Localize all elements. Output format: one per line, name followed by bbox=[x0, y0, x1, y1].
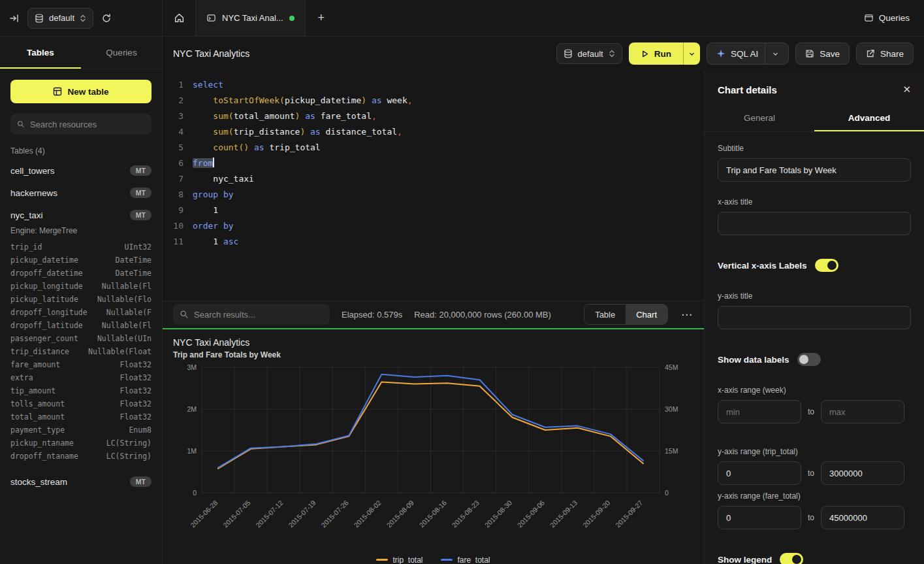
run-button[interactable]: Run bbox=[629, 42, 683, 65]
column-row[interactable]: extraFloat32 bbox=[0, 371, 162, 384]
sidebar-tab-tables[interactable]: Tables bbox=[0, 37, 81, 69]
yaxis-range-fare-label: y-axis range (fare_total) bbox=[718, 491, 911, 501]
column-row[interactable]: pickup_datetimeDateTime bbox=[0, 254, 162, 267]
elapsed-time: Elapsed: 0.579s bbox=[342, 310, 402, 320]
play-icon bbox=[641, 50, 649, 58]
share-button[interactable]: Share bbox=[856, 42, 914, 65]
svg-text:15M: 15M bbox=[665, 446, 678, 454]
yaxis-range-trip-min-input[interactable] bbox=[718, 461, 801, 485]
code-line[interactable]: 1 bbox=[193, 203, 704, 218]
yaxis-range-trip-max-input[interactable] bbox=[821, 461, 904, 485]
legend-item-trip_total[interactable]: trip_total bbox=[376, 556, 422, 564]
column-name: tolls_amount bbox=[10, 399, 65, 408]
column-row[interactable]: fare_amountFloat32 bbox=[0, 358, 162, 371]
column-row[interactable]: trip_distanceNullable(Float bbox=[0, 345, 162, 358]
sparkle-icon bbox=[716, 49, 725, 58]
sidebar-search-input[interactable] bbox=[30, 120, 145, 129]
sidebar-table-nyc-taxi[interactable]: nyc_taxi MT bbox=[0, 204, 162, 226]
run-options-button[interactable] bbox=[683, 42, 700, 65]
yaxis-title-input[interactable] bbox=[718, 306, 911, 329]
new-table-button[interactable]: New table bbox=[10, 80, 151, 103]
code-line[interactable]: from bbox=[193, 156, 704, 171]
sql-ai-button[interactable]: SQL AI bbox=[707, 42, 789, 65]
column-type: Nullable(Fl bbox=[102, 282, 151, 291]
code-line[interactable]: order by bbox=[193, 218, 704, 234]
xaxis-range-min-input[interactable] bbox=[718, 400, 801, 423]
vertical-xaxis-labels-toggle[interactable] bbox=[815, 259, 838, 272]
run-button-group: Run bbox=[629, 42, 700, 65]
yaxis-range-fare-max-input[interactable] bbox=[821, 506, 904, 529]
new-table-label: New table bbox=[67, 87, 108, 97]
view-toggle: Table Chart bbox=[584, 304, 668, 325]
view-toggle-table[interactable]: Table bbox=[584, 305, 626, 324]
column-name: trip_id bbox=[10, 242, 42, 252]
code-line[interactable]: sum(total_amount) as fare_total, bbox=[193, 108, 704, 124]
tab-advanced[interactable]: Advanced bbox=[814, 106, 924, 131]
code-line[interactable]: nyc_taxi bbox=[193, 171, 704, 187]
legend-label: fare_total bbox=[457, 556, 490, 564]
column-row[interactable]: dropoff_datetimeDateTime bbox=[0, 267, 162, 280]
column-row[interactable]: dropoff_ntanameLC(String) bbox=[0, 450, 162, 463]
editor-code[interactable]: select toStartOfWeek(pickup_datetime) as… bbox=[193, 77, 704, 301]
home-icon[interactable] bbox=[163, 0, 195, 36]
code-line[interactable]: group by bbox=[193, 187, 704, 203]
legend-item-fare_total[interactable]: fare_total bbox=[441, 556, 490, 564]
code-line[interactable]: count() as trip_total bbox=[193, 140, 704, 156]
run-database-selector[interactable]: default bbox=[556, 43, 622, 64]
sidebar-table-hackernews[interactable]: hackernews MT bbox=[0, 182, 162, 204]
column-type: DateTime bbox=[116, 256, 151, 265]
code-line[interactable]: 1 asc bbox=[193, 234, 704, 250]
subtitle-input[interactable] bbox=[718, 158, 911, 182]
show-data-labels-toggle[interactable] bbox=[797, 353, 821, 366]
new-tab-icon[interactable]: + bbox=[306, 0, 337, 36]
sql-editor[interactable]: 1234567891011 select toStartOfWeek(picku… bbox=[163, 71, 704, 301]
column-row[interactable]: dropoff_longitudeNullable(F bbox=[0, 306, 162, 319]
xaxis-range-max-input[interactable] bbox=[821, 400, 904, 423]
svg-text:2015-09-13: 2015-09-13 bbox=[549, 498, 579, 529]
column-row[interactable]: pickup_latitudeNullable(Flo bbox=[0, 293, 162, 306]
show-legend-row: Show legend bbox=[718, 553, 911, 564]
column-row[interactable]: passenger_countNullable(UIn bbox=[0, 332, 162, 345]
view-toggle-chart[interactable]: Chart bbox=[626, 305, 667, 324]
query-tab[interactable]: NYC Taxi Anal... bbox=[195, 0, 306, 36]
table-name: nyc_taxi bbox=[10, 210, 43, 220]
sql-ai-options-button[interactable] bbox=[765, 43, 779, 64]
sidebar-table-cell-towers[interactable]: cell_towers MT bbox=[0, 159, 162, 182]
sidebar-table-stocks-stream[interactable]: stocks_stream MT bbox=[0, 471, 162, 493]
code-line[interactable]: select bbox=[193, 77, 704, 93]
column-row[interactable]: trip_idUInt32 bbox=[0, 241, 162, 254]
table-name: cell_towers bbox=[10, 166, 55, 176]
column-row[interactable]: pickup_longitudeNullable(Fl bbox=[0, 280, 162, 293]
column-row[interactable]: tolls_amountFloat32 bbox=[0, 397, 162, 410]
collapse-sidebar-icon[interactable] bbox=[9, 13, 20, 24]
column-row[interactable]: dropoff_latitudeNullable(Fl bbox=[0, 319, 162, 332]
xaxis-title-input[interactable] bbox=[718, 212, 911, 235]
sidebar-tab-queries[interactable]: Queries bbox=[81, 37, 162, 69]
column-row[interactable]: total_amountFloat32 bbox=[0, 410, 162, 423]
chevron-up-down-icon bbox=[609, 49, 615, 58]
refresh-icon[interactable] bbox=[101, 13, 112, 24]
queries-button[interactable]: Queries bbox=[864, 13, 910, 23]
svg-text:2015-08-09: 2015-08-09 bbox=[385, 498, 415, 529]
tab-general[interactable]: General bbox=[705, 106, 814, 131]
sidebar: Tables Queries New table Tables (4) cell… bbox=[0, 37, 163, 564]
results-search bbox=[173, 304, 330, 325]
save-button[interactable]: Save bbox=[795, 42, 850, 65]
code-line[interactable]: toStartOfWeek(pickup_datetime) as week, bbox=[193, 93, 704, 108]
show-legend-toggle[interactable] bbox=[780, 553, 803, 564]
database-selector[interactable]: default bbox=[27, 8, 93, 29]
column-row[interactable]: pickup_ntanameLC(String) bbox=[0, 437, 162, 450]
search-icon bbox=[180, 310, 189, 319]
column-name: dropoff_longitude bbox=[10, 308, 88, 317]
code-line[interactable]: sum(trip_distance) as distance_total, bbox=[193, 124, 704, 140]
results-search-input[interactable] bbox=[194, 310, 323, 320]
line-number: 10 bbox=[163, 218, 183, 234]
column-row[interactable]: tip_amountFloat32 bbox=[0, 384, 162, 397]
more-options-icon[interactable]: ⋯ bbox=[680, 308, 693, 322]
rows-read: Read: 20,000,000 rows (260.00 MB) bbox=[414, 310, 551, 320]
svg-text:2015-09-20: 2015-09-20 bbox=[581, 498, 612, 529]
chevron-up-down-icon bbox=[80, 14, 86, 23]
column-row[interactable]: payment_typeEnum8 bbox=[0, 423, 162, 437]
yaxis-range-fare-min-input[interactable] bbox=[718, 506, 801, 529]
close-icon[interactable]: ✕ bbox=[902, 84, 911, 95]
